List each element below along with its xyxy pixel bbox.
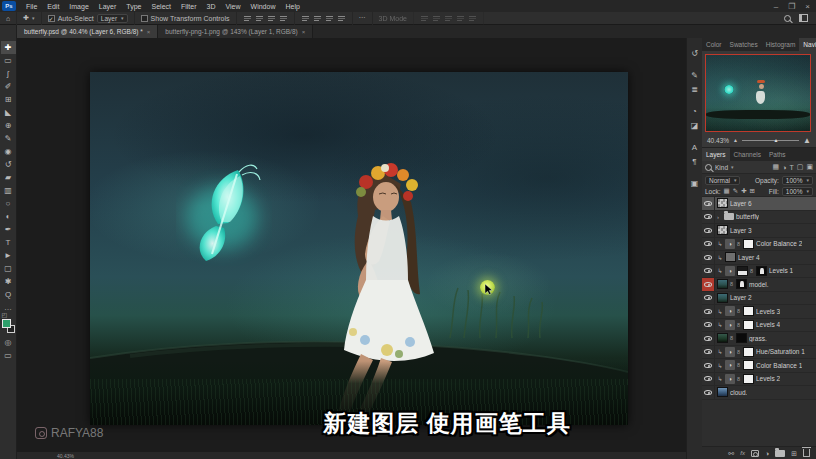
distribute-vertical-icon[interactable] bbox=[301, 14, 310, 23]
layer-row-butterfly-group[interactable]: › butterfly bbox=[702, 211, 816, 225]
visibility-eye-icon-highlighted[interactable] bbox=[702, 278, 715, 292]
tab-close-icon[interactable]: × bbox=[147, 29, 151, 35]
visibility-eye-icon[interactable] bbox=[702, 332, 715, 346]
tab-channels[interactable]: Channels bbox=[730, 148, 765, 161]
filter-pixel-icon[interactable]: ▦ bbox=[773, 163, 780, 171]
layer-row-hue-saturation-1[interactable]: ↳ ◑ 8 Hue/Saturation 1 bbox=[702, 346, 816, 360]
pen-tool[interactable]: ✒ bbox=[1, 223, 16, 236]
fill-dropdown[interactable]: 100%▾ bbox=[782, 187, 813, 196]
restore-button[interactable]: ❐ bbox=[788, 2, 795, 11]
menu-file[interactable]: File bbox=[21, 0, 42, 12]
layer-row-layer4[interactable]: ↳ Layer 4 bbox=[702, 251, 816, 265]
visibility-eye-icon[interactable] bbox=[702, 345, 715, 359]
tab-navigator[interactable]: Navigator bbox=[799, 38, 816, 51]
zoom-in-icon[interactable]: ▲ bbox=[803, 136, 811, 145]
opacity-dropdown[interactable]: 100%▾ bbox=[782, 176, 813, 185]
link-layers-icon[interactable]: ⚯ bbox=[728, 450, 734, 457]
shape-tool[interactable]: ▢ bbox=[1, 262, 16, 275]
tab-paths[interactable]: Paths bbox=[765, 148, 790, 161]
auto-select-checkbox[interactable]: ✓ bbox=[48, 15, 55, 22]
tab-butterfly-psd[interactable]: butterfly.psd @ 40.4% (Layer 6, RGB/8) *… bbox=[17, 25, 158, 38]
align-more-icon[interactable]: ⋯ bbox=[359, 14, 366, 22]
libraries-panel-icon[interactable]: ▣ bbox=[688, 176, 702, 190]
filter-smart-object-icon[interactable]: ▣ bbox=[806, 163, 813, 171]
brush-settings-panel-icon[interactable]: ✎ bbox=[688, 68, 702, 82]
brush-tool[interactable]: ✎ bbox=[1, 132, 16, 145]
visibility-eye-icon[interactable] bbox=[702, 251, 715, 265]
marquee-tool[interactable]: ▭ bbox=[1, 54, 16, 67]
quick-mask-icon[interactable]: ◎ bbox=[1, 336, 16, 349]
document-canvas[interactable] bbox=[90, 72, 628, 425]
visibility-eye-icon[interactable] bbox=[702, 318, 715, 332]
character-panel-icon[interactable]: A bbox=[688, 140, 702, 154]
visibility-eye-icon[interactable] bbox=[702, 237, 715, 251]
layer-row-model[interactable]: 8 model. bbox=[702, 278, 816, 292]
visibility-eye-icon[interactable] bbox=[702, 264, 715, 278]
layer-row-color-balance-2[interactable]: ↳ ◑ 8 Color Balance 2 bbox=[702, 238, 816, 252]
visibility-eye-icon[interactable] bbox=[702, 210, 715, 224]
visibility-eye-icon[interactable] bbox=[702, 386, 715, 400]
layer-row-layer3[interactable]: Layer 3 bbox=[702, 224, 816, 238]
visibility-eye-icon[interactable] bbox=[702, 305, 715, 319]
close-button[interactable]: × bbox=[805, 2, 810, 11]
delete-layer-icon[interactable] bbox=[803, 449, 810, 457]
add-layer-mask-icon[interactable] bbox=[751, 450, 759, 457]
tab-butterfly-png[interactable]: butterfly-png-1.png @ 143% (Layer 1, RGB… bbox=[158, 25, 313, 38]
layer-row-levels-1[interactable]: ↳ ◑ 8 Levels 1 bbox=[702, 265, 816, 279]
path-selection-tool[interactable]: ► bbox=[1, 249, 16, 262]
new-adjustment-layer-icon[interactable]: ◑ bbox=[765, 450, 769, 457]
menu-view[interactable]: View bbox=[221, 0, 246, 12]
layer-row-cloud[interactable]: cloud. bbox=[702, 386, 816, 400]
zoom-tool[interactable]: Q bbox=[1, 288, 16, 301]
layer-row-levels-4[interactable]: ↳ ◑ 8 Levels 4 bbox=[702, 319, 816, 333]
tab-color[interactable]: Color bbox=[702, 38, 726, 51]
menu-edit[interactable]: Edit bbox=[42, 0, 64, 12]
paragraph-panel-icon[interactable]: ¶ bbox=[688, 154, 702, 168]
tab-swatches[interactable]: Swatches bbox=[726, 38, 762, 51]
move-tool-icon[interactable]: ✚ bbox=[23, 14, 29, 22]
move-tool[interactable]: ✚ bbox=[1, 41, 16, 54]
type-tool[interactable]: T bbox=[1, 236, 16, 249]
filter-type-icon[interactable]: T bbox=[789, 164, 793, 171]
status-zoom[interactable]: 40.43% bbox=[57, 453, 74, 459]
align-center-icon[interactable] bbox=[255, 14, 264, 23]
lock-transparent-icon[interactable]: ▦ bbox=[724, 187, 730, 195]
clone-source-panel-icon[interactable]: ≣ bbox=[688, 82, 702, 96]
workspace-icon[interactable] bbox=[799, 14, 808, 22]
hand-tool[interactable]: ✱ bbox=[1, 275, 16, 288]
show-transform-checkbox[interactable] bbox=[141, 15, 148, 22]
minimize-button[interactable]: – bbox=[774, 2, 778, 11]
menu-filter[interactable]: Filter bbox=[176, 0, 202, 12]
healing-brush-tool[interactable]: ⊕ bbox=[1, 119, 16, 132]
navigator-zoom-value[interactable]: 40.43% bbox=[707, 137, 729, 144]
menu-3d[interactable]: 3D bbox=[202, 0, 221, 12]
gradient-tool[interactable]: ▥ bbox=[1, 184, 16, 197]
auto-select-target-dropdown[interactable]: Layer▾ bbox=[97, 14, 128, 23]
tab-layers[interactable]: Layers bbox=[702, 148, 730, 161]
navigator-thumbnail[interactable] bbox=[706, 55, 810, 131]
layer-row-grass[interactable]: 8 grass. bbox=[702, 332, 816, 346]
lock-all-icon[interactable]: ⊞ bbox=[750, 187, 755, 195]
eraser-tool[interactable]: ▰ bbox=[1, 171, 16, 184]
visibility-eye-icon[interactable] bbox=[702, 197, 715, 210]
menu-image[interactable]: Image bbox=[64, 0, 93, 12]
visibility-eye-icon[interactable] bbox=[702, 372, 715, 386]
distribute-right-icon[interactable] bbox=[337, 14, 346, 23]
adjustments-panel-icon[interactable]: ◔ bbox=[688, 104, 702, 118]
group-expander-icon[interactable]: › bbox=[717, 214, 722, 220]
layer-row-levels-2[interactable]: ↳ ◑ 8 Levels 2 bbox=[702, 373, 816, 387]
layer-row-layer6[interactable]: Layer 6 bbox=[702, 197, 816, 211]
crop-tool[interactable]: ⊞ bbox=[1, 93, 16, 106]
history-brush-tool[interactable]: ↺ bbox=[1, 158, 16, 171]
menu-layer[interactable]: Layer bbox=[94, 0, 122, 12]
new-layer-icon[interactable]: ⊞ bbox=[791, 450, 797, 457]
navigator-zoom-slider[interactable]: ▲ bbox=[742, 140, 799, 141]
blend-mode-dropdown[interactable]: Normal▾ bbox=[705, 176, 740, 185]
search-icon[interactable] bbox=[784, 15, 791, 22]
visibility-eye-icon[interactable] bbox=[702, 224, 715, 238]
menu-select[interactable]: Select bbox=[147, 0, 176, 12]
menu-help[interactable]: Help bbox=[280, 0, 304, 12]
lock-pixels-icon[interactable]: ✎ bbox=[733, 187, 738, 195]
visibility-eye-icon[interactable] bbox=[702, 291, 715, 305]
layer-row-layer2[interactable]: Layer 2 bbox=[702, 292, 816, 306]
